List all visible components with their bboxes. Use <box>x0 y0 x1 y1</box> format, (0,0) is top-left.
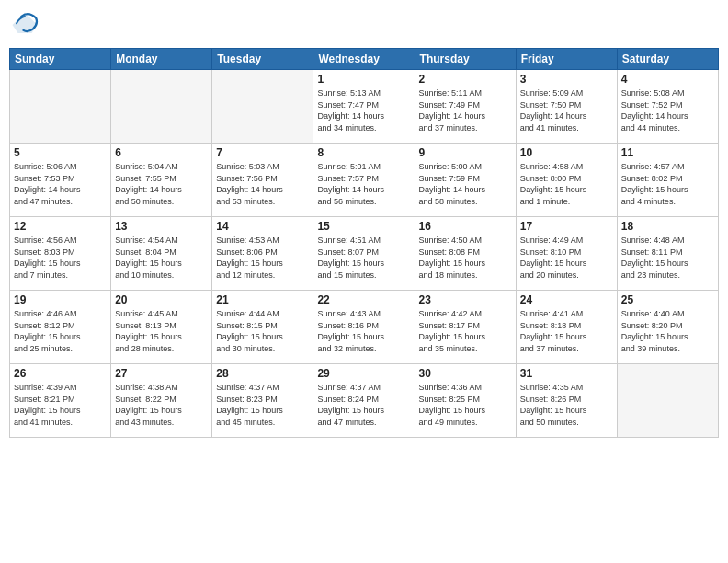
day-info: Sunrise: 4:39 AM Sunset: 8:21 PM Dayligh… <box>14 382 107 428</box>
day-number: 13 <box>115 220 208 233</box>
day-number: 11 <box>621 146 714 159</box>
calendar-cell: 29Sunrise: 4:37 AM Sunset: 8:24 PM Dayli… <box>313 364 415 438</box>
calendar-cell: 27Sunrise: 4:38 AM Sunset: 8:22 PM Dayli… <box>111 364 212 438</box>
calendar-table: SundayMondayTuesdayWednesdayThursdayFrid… <box>9 48 719 438</box>
calendar-cell: 21Sunrise: 4:44 AM Sunset: 8:15 PM Dayli… <box>212 291 313 364</box>
day-info: Sunrise: 5:13 AM Sunset: 7:47 PM Dayligh… <box>317 87 410 133</box>
day-info: Sunrise: 5:08 AM Sunset: 7:52 PM Dayligh… <box>621 87 714 133</box>
day-info: Sunrise: 4:38 AM Sunset: 8:22 PM Dayligh… <box>115 382 208 428</box>
logo <box>9 9 39 40</box>
calendar-cell: 1Sunrise: 5:13 AM Sunset: 7:47 PM Daylig… <box>313 70 415 144</box>
day-number: 7 <box>216 146 309 159</box>
calendar-cell: 31Sunrise: 4:35 AM Sunset: 8:26 PM Dayli… <box>516 364 617 438</box>
day-info: Sunrise: 5:09 AM Sunset: 7:50 PM Dayligh… <box>520 87 613 133</box>
day-number: 8 <box>317 146 410 159</box>
calendar-cell: 12Sunrise: 4:56 AM Sunset: 8:03 PM Dayli… <box>10 217 111 291</box>
day-number: 15 <box>317 220 410 233</box>
day-info: Sunrise: 4:44 AM Sunset: 8:15 PM Dayligh… <box>216 308 309 354</box>
day-info: Sunrise: 4:58 AM Sunset: 8:00 PM Dayligh… <box>520 161 613 207</box>
calendar-cell: 14Sunrise: 4:53 AM Sunset: 8:06 PM Dayli… <box>212 217 313 291</box>
calendar-cell <box>111 70 212 144</box>
calendar-cell: 10Sunrise: 4:58 AM Sunset: 8:00 PM Dayli… <box>516 144 617 217</box>
day-info: Sunrise: 5:03 AM Sunset: 7:56 PM Dayligh… <box>216 161 309 207</box>
day-info: Sunrise: 5:01 AM Sunset: 7:57 PM Dayligh… <box>317 161 410 207</box>
week-row-4: 26Sunrise: 4:39 AM Sunset: 8:21 PM Dayli… <box>10 364 719 438</box>
day-number: 17 <box>520 220 613 233</box>
calendar-cell: 23Sunrise: 4:42 AM Sunset: 8:17 PM Dayli… <box>415 291 516 364</box>
day-number: 30 <box>419 367 512 380</box>
logo-icon <box>11 9 39 37</box>
calendar-cell: 19Sunrise: 4:46 AM Sunset: 8:12 PM Dayli… <box>10 291 111 364</box>
weekday-header-saturday: Saturday <box>617 49 718 70</box>
calendar-cell: 8Sunrise: 5:01 AM Sunset: 7:57 PM Daylig… <box>313 144 415 217</box>
day-number: 10 <box>520 146 613 159</box>
day-info: Sunrise: 4:42 AM Sunset: 8:17 PM Dayligh… <box>419 308 512 354</box>
day-number: 9 <box>419 146 512 159</box>
day-number: 21 <box>216 293 309 306</box>
day-info: Sunrise: 4:56 AM Sunset: 8:03 PM Dayligh… <box>14 235 107 281</box>
week-row-1: 5Sunrise: 5:06 AM Sunset: 7:53 PM Daylig… <box>10 144 719 217</box>
day-info: Sunrise: 5:11 AM Sunset: 7:49 PM Dayligh… <box>419 87 512 133</box>
day-info: Sunrise: 5:06 AM Sunset: 7:53 PM Dayligh… <box>14 161 107 207</box>
day-info: Sunrise: 4:36 AM Sunset: 8:25 PM Dayligh… <box>419 382 512 428</box>
day-info: Sunrise: 4:54 AM Sunset: 8:04 PM Dayligh… <box>115 235 208 281</box>
calendar-cell: 18Sunrise: 4:48 AM Sunset: 8:11 PM Dayli… <box>617 217 718 291</box>
day-number: 28 <box>216 367 309 380</box>
calendar-cell: 13Sunrise: 4:54 AM Sunset: 8:04 PM Dayli… <box>111 217 212 291</box>
day-number: 12 <box>14 220 107 233</box>
day-number: 4 <box>621 73 714 86</box>
day-info: Sunrise: 4:57 AM Sunset: 8:02 PM Dayligh… <box>621 161 714 207</box>
day-info: Sunrise: 4:53 AM Sunset: 8:06 PM Dayligh… <box>216 235 309 281</box>
day-number: 1 <box>317 73 410 86</box>
day-number: 2 <box>419 73 512 86</box>
calendar-cell: 26Sunrise: 4:39 AM Sunset: 8:21 PM Dayli… <box>10 364 111 438</box>
day-info: Sunrise: 5:04 AM Sunset: 7:55 PM Dayligh… <box>115 161 208 207</box>
calendar-cell <box>212 70 313 144</box>
weekday-header-friday: Friday <box>516 49 617 70</box>
day-number: 14 <box>216 220 309 233</box>
week-row-3: 19Sunrise: 4:46 AM Sunset: 8:12 PM Dayli… <box>10 291 719 364</box>
day-number: 5 <box>14 146 107 159</box>
day-number: 24 <box>520 293 613 306</box>
calendar-cell: 6Sunrise: 5:04 AM Sunset: 7:55 PM Daylig… <box>111 144 212 217</box>
day-info: Sunrise: 4:45 AM Sunset: 8:13 PM Dayligh… <box>115 308 208 354</box>
weekday-header-tuesday: Tuesday <box>212 49 313 70</box>
day-number: 6 <box>115 146 208 159</box>
day-number: 23 <box>419 293 512 306</box>
day-info: Sunrise: 4:46 AM Sunset: 8:12 PM Dayligh… <box>14 308 107 354</box>
day-number: 25 <box>621 293 714 306</box>
calendar-cell: 20Sunrise: 4:45 AM Sunset: 8:13 PM Dayli… <box>111 291 212 364</box>
calendar-cell: 15Sunrise: 4:51 AM Sunset: 8:07 PM Dayli… <box>313 217 415 291</box>
calendar-cell <box>10 70 111 144</box>
weekday-header-sunday: Sunday <box>10 49 111 70</box>
calendar-cell: 4Sunrise: 5:08 AM Sunset: 7:52 PM Daylig… <box>617 70 718 144</box>
day-info: Sunrise: 4:48 AM Sunset: 8:11 PM Dayligh… <box>621 235 714 281</box>
calendar-cell: 16Sunrise: 4:50 AM Sunset: 8:08 PM Dayli… <box>415 217 516 291</box>
day-number: 31 <box>520 367 613 380</box>
weekday-header-row: SundayMondayTuesdayWednesdayThursdayFrid… <box>10 49 719 70</box>
calendar-cell: 17Sunrise: 4:49 AM Sunset: 8:10 PM Dayli… <box>516 217 617 291</box>
day-info: Sunrise: 4:37 AM Sunset: 8:24 PM Dayligh… <box>317 382 410 428</box>
day-info: Sunrise: 4:49 AM Sunset: 8:10 PM Dayligh… <box>520 235 613 281</box>
week-row-2: 12Sunrise: 4:56 AM Sunset: 8:03 PM Dayli… <box>10 217 719 291</box>
calendar-cell: 11Sunrise: 4:57 AM Sunset: 8:02 PM Dayli… <box>617 144 718 217</box>
calendar-cell: 30Sunrise: 4:36 AM Sunset: 8:25 PM Dayli… <box>415 364 516 438</box>
calendar-cell: 25Sunrise: 4:40 AM Sunset: 8:20 PM Dayli… <box>617 291 718 364</box>
header <box>9 9 719 40</box>
day-info: Sunrise: 4:35 AM Sunset: 8:26 PM Dayligh… <box>520 382 613 428</box>
day-number: 29 <box>317 367 410 380</box>
day-number: 26 <box>14 367 107 380</box>
weekday-header-monday: Monday <box>111 49 212 70</box>
day-number: 18 <box>621 220 714 233</box>
calendar-cell: 3Sunrise: 5:09 AM Sunset: 7:50 PM Daylig… <box>516 70 617 144</box>
day-info: Sunrise: 4:43 AM Sunset: 8:16 PM Dayligh… <box>317 308 410 354</box>
day-number: 20 <box>115 293 208 306</box>
calendar-cell: 5Sunrise: 5:06 AM Sunset: 7:53 PM Daylig… <box>10 144 111 217</box>
day-info: Sunrise: 4:40 AM Sunset: 8:20 PM Dayligh… <box>621 308 714 354</box>
calendar-cell: 28Sunrise: 4:37 AM Sunset: 8:23 PM Dayli… <box>212 364 313 438</box>
day-number: 22 <box>317 293 410 306</box>
main-container: SundayMondayTuesdayWednesdayThursdayFrid… <box>0 0 728 563</box>
week-row-0: 1Sunrise: 5:13 AM Sunset: 7:47 PM Daylig… <box>10 70 719 144</box>
day-info: Sunrise: 5:00 AM Sunset: 7:59 PM Dayligh… <box>419 161 512 207</box>
calendar-cell: 9Sunrise: 5:00 AM Sunset: 7:59 PM Daylig… <box>415 144 516 217</box>
